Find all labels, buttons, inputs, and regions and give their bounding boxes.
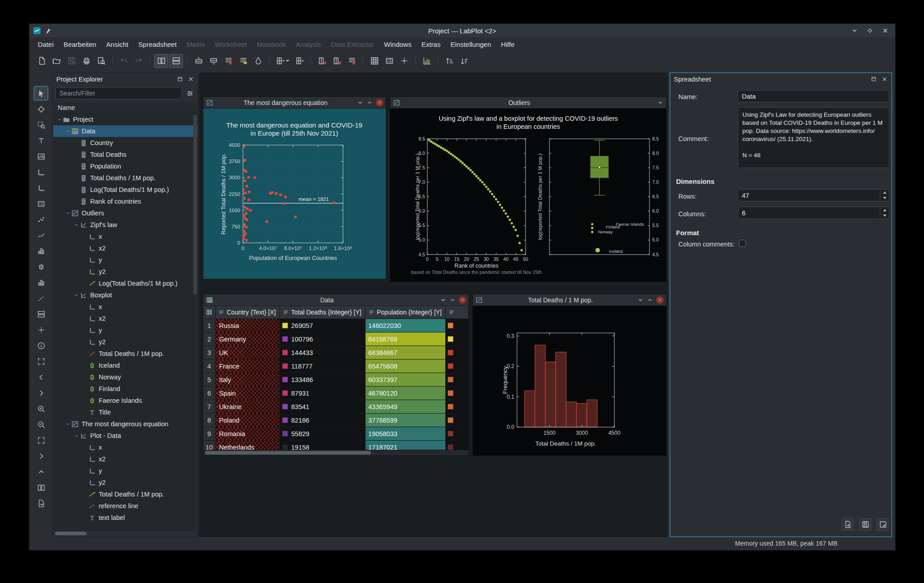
cell-total-deaths[interactable]: 100796 bbox=[280, 332, 366, 346]
cell-population[interactable]: 60337397 bbox=[366, 373, 446, 387]
insert-row-below-button[interactable] bbox=[206, 54, 220, 68]
name-field[interactable] bbox=[738, 90, 889, 102]
corner-header-cell[interactable] bbox=[203, 306, 215, 319]
new-project-button[interactable] bbox=[35, 54, 49, 68]
float-dock-icon[interactable] bbox=[870, 76, 877, 82]
cascade-tool-button[interactable] bbox=[34, 480, 48, 495]
menu-spreadsheet[interactable]: Spreadsheet bbox=[133, 39, 182, 50]
tree-item-zipf-s-law[interactable]: Zipf's law bbox=[53, 219, 197, 231]
select-tool-button[interactable] bbox=[34, 86, 48, 100]
cell-population[interactable]: 43365949 bbox=[366, 400, 446, 414]
shade-window-icon[interactable] bbox=[657, 100, 663, 106]
tree-item-y2[interactable]: y2 bbox=[53, 477, 197, 488]
insert-column-right-button[interactable] bbox=[293, 54, 306, 68]
crosshair-tool-button[interactable] bbox=[34, 102, 48, 116]
close-window-button[interactable] bbox=[376, 99, 383, 106]
cell-total-deaths[interactable]: 83541 bbox=[280, 400, 366, 414]
menu-extras[interactable]: Extras bbox=[416, 39, 446, 50]
add-reference-line-tool-button[interactable] bbox=[34, 291, 48, 305]
cell-country[interactable]: Italy bbox=[215, 373, 280, 387]
cell-country[interactable]: UK bbox=[215, 346, 280, 360]
cell-deaths-per-1m[interactable] bbox=[446, 414, 469, 427]
tree-item-country[interactable]: Country bbox=[53, 137, 197, 149]
add-custom-point-tool-button[interactable] bbox=[34, 323, 48, 337]
delete-cells-button[interactable] bbox=[345, 54, 359, 68]
print-preview-button[interactable] bbox=[94, 54, 108, 68]
tree-item-y[interactable]: y bbox=[53, 465, 197, 477]
tree-item-y2[interactable]: y2 bbox=[53, 336, 197, 348]
tree-item-project[interactable]: Project bbox=[53, 114, 197, 125]
plot-data-button[interactable] bbox=[420, 54, 434, 68]
cell-deaths-per-1m[interactable] bbox=[446, 319, 469, 332]
auto-scale-y-tool-button[interactable] bbox=[34, 465, 48, 479]
tree-item-x[interactable]: x bbox=[53, 231, 197, 242]
subwindow-titlebar[interactable]: Data bbox=[203, 294, 469, 306]
menu-bearbeiten[interactable]: Bearbeiten bbox=[59, 39, 101, 50]
shift-right-tool-button[interactable] bbox=[34, 386, 48, 400]
row-number[interactable]: 1 bbox=[203, 319, 215, 332]
add-text-label-tool-button[interactable] bbox=[34, 133, 48, 148]
maximize-icon[interactable] bbox=[866, 27, 874, 34]
cell-population[interactable]: 19058033 bbox=[366, 427, 446, 441]
cell-deaths-per-1m[interactable] bbox=[446, 387, 469, 400]
cell-deaths-per-1m[interactable] bbox=[446, 332, 469, 346]
remove-columns-button[interactable] bbox=[315, 54, 329, 68]
tree-item-log-total-deaths-1-m-pop-[interactable]: Log(Total Deaths/1 M pop.) bbox=[53, 278, 197, 289]
float-dock-icon[interactable] bbox=[177, 76, 183, 82]
zoom-out-tool-button[interactable] bbox=[34, 417, 48, 432]
tree-item-x[interactable]: x bbox=[53, 442, 197, 453]
add-image-tool-button[interactable] bbox=[34, 149, 48, 164]
tree-item-iceland[interactable]: Iceland bbox=[53, 360, 197, 371]
cell-population[interactable]: 84158769 bbox=[366, 332, 446, 346]
cell-country[interactable]: France bbox=[215, 360, 280, 373]
cell-total-deaths[interactable]: 144433 bbox=[280, 346, 366, 360]
tree-item-title[interactable]: Title bbox=[53, 406, 197, 418]
shift-left-tool-button[interactable] bbox=[34, 370, 48, 384]
remove-rows-button[interactable] bbox=[221, 54, 235, 68]
column-comments-checkbox[interactable] bbox=[739, 240, 746, 247]
print-button[interactable] bbox=[79, 54, 93, 68]
go-to-cell-button[interactable] bbox=[397, 54, 411, 68]
menu-ansicht[interactable]: Ansicht bbox=[101, 39, 133, 50]
expander-caret-icon[interactable] bbox=[64, 422, 71, 427]
tree-item-total-deaths-1m-pop-[interactable]: Total Deaths / 1M pop. bbox=[53, 488, 197, 500]
row-number[interactable]: 7 bbox=[203, 400, 215, 414]
tree-item-y[interactable]: y bbox=[53, 324, 197, 336]
expander-caret-icon[interactable] bbox=[64, 211, 71, 216]
cell-population[interactable]: 46780120 bbox=[366, 387, 446, 400]
shade-window-icon[interactable] bbox=[357, 100, 363, 106]
add-legend-tool-button[interactable] bbox=[34, 196, 48, 211]
tree-item-total-deaths[interactable]: Total Deaths bbox=[53, 149, 197, 160]
add-xy-curve-tool-button[interactable] bbox=[34, 212, 48, 227]
cell-population[interactable]: 68384867 bbox=[366, 346, 446, 360]
window-data-spreadsheet[interactable]: Data Country {Text} [X]Total Deaths {Int… bbox=[203, 294, 469, 456]
window-most-dangerous-equation[interactable]: The most dangerous equation The most dan… bbox=[203, 96, 386, 279]
tree-item-faeroe-islands[interactable]: Faeroe Islands bbox=[53, 395, 197, 406]
row-number[interactable]: 10 bbox=[203, 441, 215, 450]
close-dock-icon[interactable] bbox=[881, 76, 888, 82]
rows-increment-button[interactable] bbox=[880, 190, 889, 196]
subwindow-titlebar[interactable]: Total Deaths / 1 M pop. bbox=[473, 294, 666, 306]
cell-deaths-per-1m[interactable] bbox=[446, 373, 469, 387]
cell-total-deaths[interactable]: 118777 bbox=[280, 360, 366, 373]
cell-total-deaths[interactable]: 55829 bbox=[280, 427, 366, 441]
close-window-button[interactable] bbox=[459, 296, 466, 304]
navigate-tool-button[interactable] bbox=[34, 354, 48, 369]
column-statistics-button[interactable] bbox=[382, 54, 396, 68]
cell-population[interactable]: 17187021 bbox=[366, 441, 446, 450]
mask-values-button[interactable] bbox=[251, 54, 265, 68]
tree-vertical-scrollbar[interactable] bbox=[193, 114, 197, 295]
expander-caret-icon[interactable] bbox=[73, 223, 80, 228]
menu-einstellungen[interactable]: Einstellungen bbox=[445, 39, 496, 50]
search-input[interactable] bbox=[55, 87, 182, 99]
close-icon[interactable] bbox=[882, 27, 889, 34]
cell-country[interactable]: Russia bbox=[215, 319, 280, 332]
cell-deaths-per-1m[interactable] bbox=[446, 427, 469, 441]
row-number[interactable]: 6 bbox=[203, 387, 215, 400]
cell-country[interactable]: Ukraine bbox=[215, 400, 280, 414]
export-tool-button[interactable] bbox=[34, 496, 48, 510]
tree-item-the-most-dangerous-equation[interactable]: The most dangerous equation bbox=[53, 418, 197, 430]
add-equation-curve-tool-button[interactable] bbox=[34, 228, 48, 242]
columns-increment-button[interactable] bbox=[880, 207, 889, 213]
equation-plot-canvas[interactable]: The most dangerous equation and COVID-19… bbox=[203, 109, 386, 279]
